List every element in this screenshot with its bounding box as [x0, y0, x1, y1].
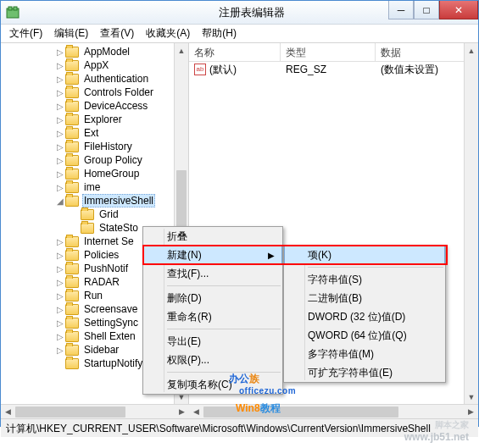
menu-delete[interactable]: 删除(D) — [143, 289, 282, 307]
expander-icon[interactable]: ▷ — [55, 305, 65, 314]
menu-help[interactable]: 帮助(H) — [197, 25, 242, 42]
tree-label[interactable]: Controls Folder — [82, 86, 155, 98]
scroll-right-icon[interactable]: ▶ — [464, 407, 478, 416]
menu-new-multistring[interactable]: 多字符串值(M) — [284, 345, 445, 363]
col-type[interactable]: 类型 — [281, 43, 376, 61]
tree-node[interactable]: ▷Ext — [1, 126, 188, 140]
tree-node[interactable]: ▷FileHistory — [1, 140, 188, 153]
tree-node[interactable]: ▷ime — [1, 180, 188, 194]
scroll-left-icon[interactable]: ◀ — [189, 407, 203, 416]
tree-label[interactable]: Policies — [82, 249, 120, 261]
expander-icon[interactable]: ▷ — [55, 278, 65, 287]
tree-label[interactable]: StateSto — [97, 222, 140, 234]
tree-node[interactable]: ▷Group Policy — [1, 153, 188, 167]
tree-node[interactable]: ▷HomeGroup — [1, 167, 188, 180]
tree-label[interactable]: AppX — [82, 59, 110, 71]
tree-label[interactable]: ImmersiveShell — [82, 194, 155, 207]
tree-label[interactable]: Explorer — [82, 113, 124, 125]
expander-icon[interactable]: ▷ — [55, 102, 65, 111]
tree-node[interactable]: Grid — [1, 207, 188, 221]
expander-icon[interactable]: ▷ — [55, 183, 65, 192]
menu-new-qword[interactable]: QWORD (64 位)值(Q) — [284, 326, 445, 345]
menu-favorites[interactable]: 收藏夹(A) — [141, 25, 195, 42]
expander-icon[interactable]: ▷ — [55, 88, 65, 97]
tree-node[interactable]: ▷Controls Folder — [1, 86, 188, 99]
menu-new-dword[interactable]: DWORD (32 位)值(D) — [284, 307, 445, 326]
tree-label[interactable]: FileHistory — [82, 141, 134, 152]
expander-icon[interactable]: ▷ — [55, 156, 65, 165]
scroll-up-icon[interactable]: ▲ — [175, 43, 188, 58]
menu-file[interactable]: 文件(F) — [4, 25, 47, 42]
tree-node[interactable]: ◢ImmersiveShell — [1, 194, 188, 207]
list-hscroll-thumb[interactable] — [203, 407, 398, 418]
col-data[interactable]: 数据 — [376, 43, 478, 61]
scroll-down-icon[interactable]: ▼ — [465, 390, 478, 404]
expander-icon[interactable]: ▷ — [55, 318, 65, 328]
expander-icon[interactable]: ◢ — [55, 196, 65, 206]
tree-label[interactable]: Sidebar — [82, 344, 120, 356]
expander-icon[interactable]: ▷ — [55, 237, 65, 246]
tree-label[interactable]: AppModel — [82, 46, 131, 58]
tree-node[interactable]: ▷DeviceAccess — [1, 99, 188, 113]
menu-collapse[interactable]: 折叠 — [143, 227, 282, 246]
tree-hscroll-thumb[interactable] — [15, 407, 125, 418]
menu-new-string[interactable]: 字符串值(S) — [284, 270, 445, 289]
expander-icon[interactable]: ▷ — [55, 129, 65, 138]
expander-icon[interactable]: ▷ — [55, 61, 65, 70]
menu-edit[interactable]: 编辑(E) — [49, 25, 93, 42]
close-button[interactable]: ✕ — [439, 1, 478, 19]
tree-label[interactable]: ime — [82, 181, 102, 193]
menu-view[interactable]: 查看(V) — [95, 25, 139, 42]
expander-icon[interactable]: ▷ — [55, 264, 65, 274]
menu-permissions[interactable]: 权限(P)... — [143, 351, 282, 369]
expander-icon[interactable]: ▷ — [55, 346, 65, 355]
titlebar[interactable]: 注册表编辑器 ─ □ ✕ — [1, 1, 478, 25]
tree-label[interactable]: SettingSync — [82, 317, 140, 329]
scroll-up-icon[interactable]: ▲ — [465, 43, 478, 58]
menu-copy-key-name[interactable]: 复制项名称(C) — [143, 375, 282, 394]
menu-new[interactable]: 新建(N)▶ — [143, 246, 282, 264]
tree-label[interactable]: RADAR — [82, 276, 121, 288]
expander-icon[interactable]: ▷ — [55, 75, 65, 84]
menu-find[interactable]: 查找(F)... — [143, 264, 282, 283]
tree-node[interactable]: ▷Explorer — [1, 113, 188, 126]
list-hscroll[interactable]: ◀ ▶ — [189, 404, 478, 418]
maximize-button[interactable]: □ — [414, 1, 439, 19]
menu-new-binary[interactable]: 二进制值(B) — [284, 289, 445, 307]
scroll-right-icon[interactable]: ▶ — [175, 407, 189, 416]
tree-node[interactable]: ▷Authentication — [1, 72, 188, 86]
menu-export[interactable]: 导出(E) — [143, 332, 282, 351]
tree-label[interactable]: Grid — [97, 208, 120, 220]
tree-node[interactable]: ▷AppX — [1, 58, 188, 72]
list-row[interactable]: ab(默认) REG_SZ (数值未设置) — [189, 62, 478, 77]
expander-icon[interactable]: ▷ — [55, 169, 65, 179]
expander-icon[interactable]: ▷ — [55, 332, 65, 341]
menu-new-expandstring[interactable]: 可扩充字符串值(E) — [284, 363, 445, 382]
expander-icon[interactable]: ▷ — [55, 251, 65, 260]
tree-label[interactable]: Run — [82, 290, 104, 301]
minimize-button[interactable]: ─ — [388, 1, 414, 19]
menubar: 文件(F) 编辑(E) 查看(V) 收藏夹(A) 帮助(H) — [1, 25, 478, 43]
expander-icon[interactable]: ▷ — [55, 47, 65, 57]
tree-label[interactable]: Ext — [82, 127, 100, 139]
tree-hscroll[interactable]: ◀ ▶ — [1, 404, 189, 418]
tree-node[interactable]: ▷AppModel — [1, 45, 188, 58]
tree-label[interactable]: PushNotif — [82, 263, 130, 274]
tree-label[interactable]: DeviceAccess — [82, 100, 149, 112]
tree-label[interactable]: HomeGroup — [82, 168, 141, 180]
col-name[interactable]: 名称 — [189, 43, 281, 61]
tree-label[interactable]: Internet Se — [82, 235, 136, 247]
scroll-left-icon[interactable]: ◀ — [1, 407, 15, 416]
app-icon — [6, 6, 19, 19]
tree-label[interactable]: Group Policy — [82, 154, 144, 166]
menu-new-key[interactable]: 项(K) — [284, 246, 445, 264]
menu-rename[interactable]: 重命名(R) — [143, 307, 282, 326]
list-vscroll[interactable]: ▲ ▼ — [464, 43, 478, 404]
expander-icon[interactable]: ▷ — [55, 291, 65, 301]
tree-label[interactable]: Screensave — [82, 303, 139, 315]
tree-label[interactable]: Shell Exten — [82, 330, 137, 342]
tree-label[interactable]: Authentication — [82, 73, 150, 85]
tree-label[interactable]: StartupNotify — [82, 357, 144, 369]
expander-icon[interactable]: ▷ — [55, 115, 65, 124]
expander-icon[interactable]: ▷ — [55, 142, 65, 152]
